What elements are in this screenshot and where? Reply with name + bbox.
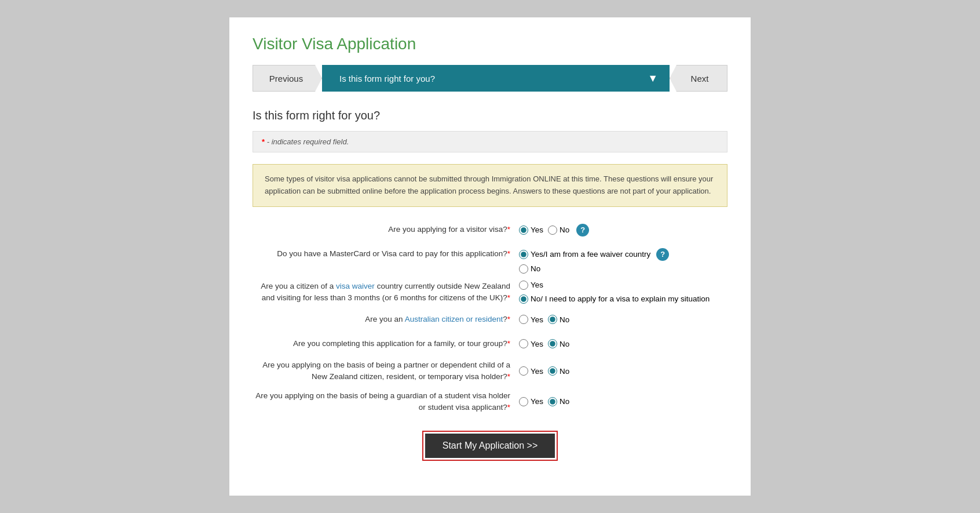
radio-input-q4-yes[interactable] [519,315,528,324]
radio-input-q5-yes[interactable] [519,339,528,348]
radio-label-q5-yes: Yes [531,340,543,348]
required-star-q4: * [507,315,510,323]
question-label-q7: Are you applying on the basis of being a… [253,390,519,414]
question-row-q7: Are you applying on the basis of being a… [253,390,727,414]
question-label-q1: Are you applying for a visitor visa?* [253,224,519,235]
question-label-q5: Are you completing this application for … [253,338,519,350]
question-row-q4: Are you an Australian citizen or residen… [253,311,727,328]
radio-input-q7-yes[interactable] [519,397,528,406]
required-star-q6: * [507,372,510,381]
radio-label-q3-yes: Yes [531,281,543,289]
radio-q6-no[interactable]: No [548,366,569,376]
start-application-button[interactable]: Start My Application >> [425,434,555,458]
navigation-bar: Previous Is this form right for you? ▼ N… [253,65,727,92]
radio-input-q1-yes[interactable] [519,225,528,235]
question-label-q4: Are you an Australian citizen or residen… [253,314,519,325]
current-step-dropdown[interactable]: Is this form right for you? ▼ [322,65,670,92]
radio-q1-yes[interactable]: Yes [519,225,543,235]
required-notice-text: - indicates required field. [267,137,349,146]
radio-q3-yes[interactable]: Yes [519,281,543,290]
required-star-q1: * [507,225,510,234]
radio-q6-yes[interactable]: Yes [519,366,543,376]
question-row-q2: Do you have a MasterCard or Visa card to… [253,246,727,274]
australian-citizen-link[interactable]: Australian citizen or resident [405,315,503,323]
question-row-q3: Are you a citizen of a visa waiver count… [253,281,727,304]
radio-input-q6-no[interactable] [548,366,557,376]
answer-options-q4: Yes No [519,315,569,324]
required-notice: * - indicates required field. [253,131,727,152]
question-label-q3: Are you a citizen of a visa waiver count… [253,281,519,304]
radio-q7-no[interactable]: No [548,397,569,406]
required-star-q3: * [507,293,510,302]
current-step-label: Is this form right for you? [339,74,435,83]
button-area: Start My Application >> [253,431,727,461]
section-heading: Is this form right for you? [253,109,727,122]
radio-input-q3-no[interactable] [519,294,528,304]
radio-q4-no[interactable]: No [548,315,569,324]
radio-input-q6-yes[interactable] [519,366,528,376]
radio-input-q2-yes[interactable] [519,250,528,259]
radio-input-q4-no[interactable] [548,315,557,324]
radio-label-q6-yes: Yes [531,367,543,376]
radio-label-q2-no: No [531,264,540,273]
answer-options-q6: Yes No [519,366,569,376]
radio-label-q1-yes: Yes [531,225,543,234]
required-star-q7: * [507,403,510,412]
question-label-q2: Do you have a MasterCard or Visa card to… [253,248,519,260]
radio-q2-yes[interactable]: Yes/I am from a fee waiver country [519,250,650,259]
radio-q3-no[interactable]: No/ I need to apply for a visa to explai… [519,294,710,304]
radio-q5-no[interactable]: No [548,339,569,348]
info-box: Some types of visitor visa applications … [253,164,727,207]
radio-label-q5-no: No [560,340,569,348]
radio-label-q7-no: No [560,397,569,406]
radio-q5-yes[interactable]: Yes [519,339,543,348]
help-icon-q1[interactable]: ? [576,224,589,237]
help-icon-q2[interactable]: ? [656,248,669,261]
radio-label-q7-yes: Yes [531,397,543,406]
radio-input-q3-yes[interactable] [519,281,528,290]
radio-label-q3-no: No/ I need to apply for a visa to explai… [531,294,710,303]
visa-waiver-link[interactable]: visa waiver [336,282,375,290]
radio-label-q1-no: No [560,225,569,234]
radio-label-q2-yes: Yes/I am from a fee waiver country [531,250,650,259]
radio-input-q2-no[interactable] [519,264,528,274]
answer-options-q1: Yes No ? [519,224,589,237]
radio-q4-yes[interactable]: Yes [519,315,543,324]
previous-button[interactable]: Previous [253,65,322,92]
required-star: * [262,137,265,146]
radio-label-q6-no: No [560,367,569,376]
radio-input-q5-no[interactable] [548,339,557,348]
answer-options-q5: Yes No [519,339,569,348]
radio-label-q4-no: No [560,315,569,324]
questions-section: Are you applying for a visitor visa?* Ye… [253,221,727,414]
answer-options-q7: Yes No [519,397,569,406]
radio-label-q4-yes: Yes [531,315,543,324]
question-row-q5: Are you completing this application for … [253,335,727,352]
radio-q1-no[interactable]: No [548,225,569,235]
answer-options-q2: Yes/I am from a fee waiver country ? No [519,248,669,274]
question-row-q6: Are you applying on the basis of being a… [253,359,727,383]
question-row-q1: Are you applying for a visitor visa?* Ye… [253,221,727,239]
page-title: Visitor Visa Application [253,35,727,53]
required-star-q2: * [507,249,510,258]
radio-q7-yes[interactable]: Yes [519,397,543,406]
next-button[interactable]: Next [670,65,727,92]
answer-options-q3: Yes No/ I need to apply for a visa to ex… [519,281,727,304]
radio-input-q1-no[interactable] [548,225,557,235]
dropdown-arrow-icon: ▼ [648,72,658,85]
radio-q2-no[interactable]: No [519,264,669,274]
question-label-q6: Are you applying on the basis of being a… [253,359,519,383]
radio-input-q7-no[interactable] [548,397,557,406]
start-button-wrapper: Start My Application >> [422,431,558,461]
required-star-q5: * [507,339,510,348]
